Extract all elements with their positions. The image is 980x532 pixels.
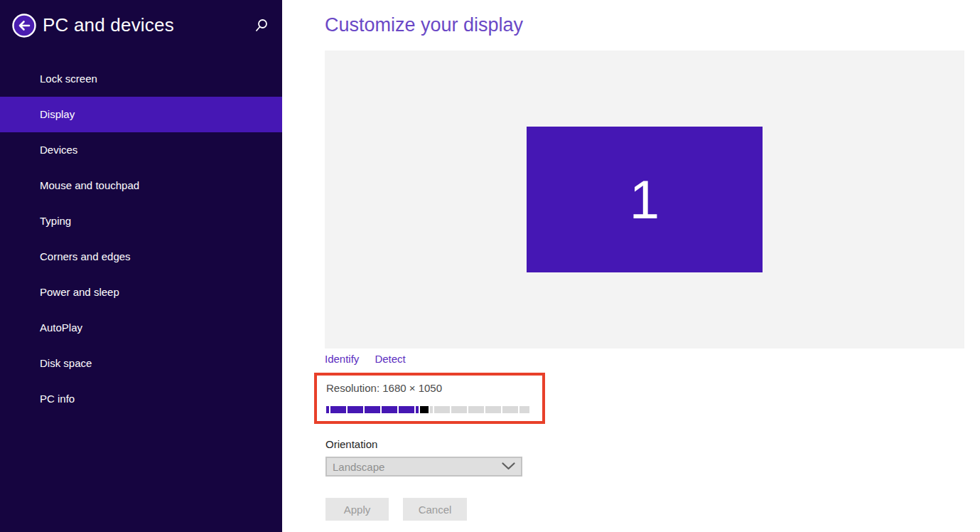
sidebar-item-typing[interactable]: Typing [0,203,282,239]
sidebar-item-mouse-and-touchpad[interactable]: Mouse and touchpad [0,168,282,203]
sidebar-item-lock-screen[interactable]: Lock screen [0,61,282,97]
orientation-dropdown[interactable]: Landscape [325,457,522,477]
sidebar-item-disk-space[interactable]: Disk space [0,346,282,381]
monitor-1-tile[interactable]: 1 [527,127,763,272]
slider-segment [451,406,467,413]
slider-segment [326,406,329,413]
sidebar-item-corners-and-edges[interactable]: Corners and edges [0,239,282,275]
slider-segment [468,406,484,413]
display-links-row: Identify Detect [325,353,406,365]
search-icon [254,23,269,36]
sidebar-item-display[interactable]: Display [0,97,282,132]
sidebar: PC and devices Lock screen Display Devic… [0,0,282,532]
page-breadcrumb-title: PC and devices [43,14,174,36]
resolution-slider[interactable] [326,406,529,413]
slider-thumb[interactable] [420,406,429,413]
slider-segment [416,406,419,413]
slider-segment [365,406,380,413]
slider-segment [348,406,363,413]
chevron-down-icon [502,460,515,473]
slider-segment [430,406,433,413]
sidebar-item-devices[interactable]: Devices [0,132,282,168]
pc-settings-window: PC and devices Lock screen Display Devic… [0,0,980,532]
display-preview-area: 1 [325,50,964,349]
monitor-number-label: 1 [630,169,659,230]
slider-segment [519,406,529,413]
cancel-button[interactable]: Cancel [403,498,467,521]
sidebar-item-pc-info[interactable]: PC info [0,381,282,417]
slider-segment [434,406,450,413]
apply-button[interactable]: Apply [325,498,389,521]
orientation-label: Orientation [325,438,377,450]
slider-segment [330,406,346,413]
sidebar-header: PC and devices [0,0,282,51]
sidebar-item-autoplay[interactable]: AutoPlay [0,310,282,346]
sidebar-nav: Lock screen Display Devices Mouse and to… [0,61,282,417]
detect-link[interactable]: Detect [375,353,405,365]
annotation-highlight-box [314,373,545,424]
page-title: Customize your display [325,14,523,36]
slider-segment [382,406,397,413]
slider-segment [485,406,501,413]
sidebar-item-power-and-sleep[interactable]: Power and sleep [0,275,282,310]
resolution-label: Resolution: 1680 × 1050 [326,382,442,394]
search-button[interactable] [254,18,269,33]
back-arrow-icon [12,28,36,40]
orientation-selected-value: Landscape [333,461,384,473]
identify-link[interactable]: Identify [325,353,359,365]
slider-segment [502,406,518,413]
slider-segment [399,406,414,413]
back-button[interactable] [12,14,36,38]
